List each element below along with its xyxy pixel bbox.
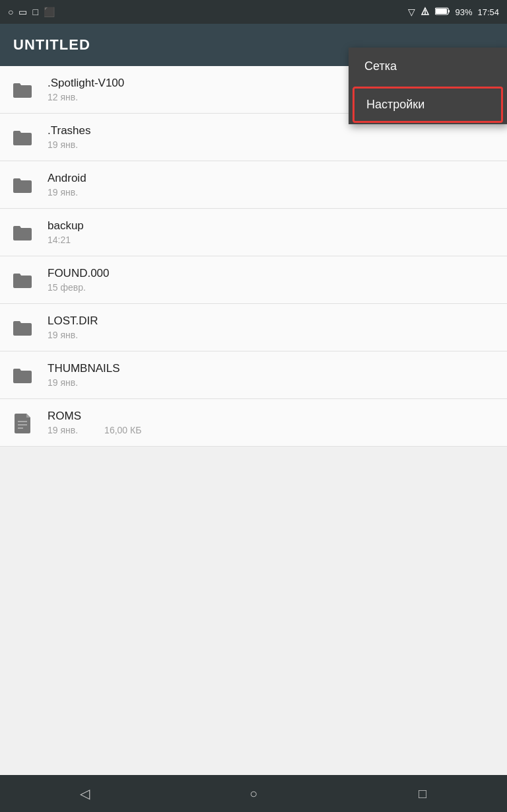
folder-icon	[11, 78, 34, 102]
file-info: Android 19 янв.	[48, 172, 496, 198]
folder-icon	[11, 126, 34, 149]
file-name: THUMBNAILS	[48, 362, 496, 375]
file-name: ROMS	[48, 410, 496, 423]
signal-icon	[421, 7, 430, 18]
dropdown-menu: Сетка Настройки	[349, 48, 507, 124]
back-button[interactable]: ◁	[58, 780, 111, 807]
recent-apps-button[interactable]: □	[396, 780, 449, 807]
folder-icon	[11, 221, 34, 244]
tablet-icon: ▭	[18, 7, 27, 17]
folder-icon	[11, 316, 34, 340]
status-bar-right: ▽ 93% 17:54	[408, 7, 499, 18]
file-date: 12 янв.	[48, 92, 78, 102]
list-item[interactable]: backup 14:21	[0, 209, 507, 256]
file-document-icon	[11, 411, 34, 435]
file-date: 19 янв.	[48, 330, 78, 340]
svg-point-1	[424, 13, 426, 15]
file-date: 15 февр.	[48, 282, 86, 293]
file-meta: 19 янв.	[48, 330, 496, 340]
file-name: .Trashes	[48, 124, 496, 137]
file-info: ROMS 19 янв. 16,00 КБ	[48, 410, 496, 435]
file-date: 19 янв.	[48, 187, 78, 198]
folder-icon	[11, 268, 34, 292]
home-button[interactable]: ○	[227, 780, 280, 807]
file-meta: 19 янв.	[48, 377, 496, 388]
file-meta: 19 янв.	[48, 139, 496, 150]
nav-bar: ◁ ○ □	[0, 775, 507, 812]
file-meta: 14:21	[48, 235, 496, 245]
battery-icon	[435, 7, 450, 17]
file-info: FOUND.000 15 февр.	[48, 267, 496, 293]
list-item[interactable]: THUMBNAILS 19 янв.	[0, 351, 507, 399]
file-name: Android	[48, 172, 496, 185]
status-bar: ○ ▭ □ ⬛ ▽ 93% 17:54	[0, 0, 507, 24]
menu-item-grid[interactable]: Сетка	[349, 48, 507, 85]
wifi-icon: ▽	[408, 7, 415, 17]
file-info: THUMBNAILS 19 янв.	[48, 362, 496, 388]
square-icon: □	[32, 7, 38, 17]
file-date: 14:21	[48, 235, 71, 245]
svg-rect-3	[448, 10, 450, 13]
status-bar-left: ○ ▭ □ ⬛	[8, 7, 55, 17]
photo-icon: ⬛	[44, 7, 55, 17]
list-item[interactable]: LOST.DIR 19 янв.	[0, 304, 507, 351]
file-meta: 15 февр.	[48, 282, 496, 293]
folder-icon	[11, 363, 34, 387]
list-item[interactable]: ROMS 19 янв. 16,00 КБ	[0, 399, 507, 447]
file-size: 16,00 КБ	[104, 425, 141, 435]
battery-percentage: 93%	[455, 7, 472, 17]
list-item[interactable]: Android 19 янв.	[0, 161, 507, 209]
file-meta: 19 янв.	[48, 187, 496, 198]
file-info: backup 14:21	[48, 219, 496, 245]
message-icon: ○	[8, 7, 13, 17]
folder-icon	[11, 173, 34, 197]
file-info: LOST.DIR 19 янв.	[48, 314, 496, 340]
svg-rect-4	[436, 9, 447, 14]
file-date: 19 янв.	[48, 377, 78, 388]
list-item[interactable]: FOUND.000 15 февр.	[0, 256, 507, 304]
time-display: 17:54	[477, 7, 499, 17]
file-name: FOUND.000	[48, 267, 496, 280]
file-date: 19 янв.	[48, 139, 78, 150]
file-meta: 19 янв. 16,00 КБ	[48, 425, 496, 435]
file-info: .Trashes 19 янв.	[48, 124, 496, 150]
file-date: 19 янв.	[48, 425, 78, 435]
file-name: LOST.DIR	[48, 314, 496, 328]
file-name: backup	[48, 219, 496, 233]
menu-item-settings[interactable]: Настройки	[353, 87, 503, 123]
